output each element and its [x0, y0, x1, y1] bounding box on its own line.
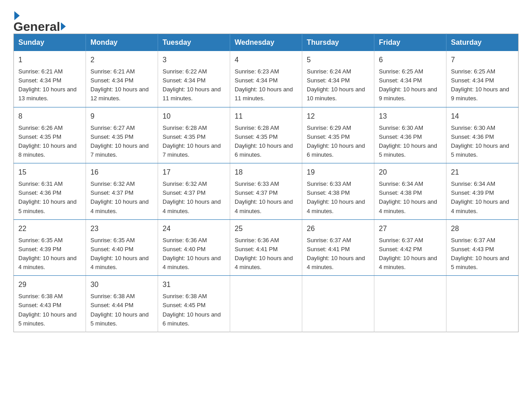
day-info: Sunrise: 6:31 AMSunset: 4:36 PMDaylight:… [18, 180, 77, 214]
calendar-cell: 23Sunrise: 6:35 AMSunset: 4:40 PMDayligh… [86, 219, 158, 276]
calendar-cell: 18Sunrise: 6:33 AMSunset: 4:37 PMDayligh… [230, 163, 302, 220]
day-number: 23 [90, 223, 153, 234]
header: General [13, 9, 519, 25]
day-number: 3 [163, 55, 225, 65]
calendar-cell: 28Sunrise: 6:37 AMSunset: 4:43 PMDayligh… [446, 219, 519, 276]
col-header-monday: Monday [86, 34, 158, 51]
week-row-5: 29Sunrise: 6:38 AMSunset: 4:43 PMDayligh… [14, 276, 519, 332]
calendar-cell: 31Sunrise: 6:38 AMSunset: 4:45 PMDayligh… [158, 276, 230, 332]
day-info: Sunrise: 6:37 AMSunset: 4:41 PMDaylight:… [307, 237, 365, 270]
day-number: 16 [90, 167, 153, 178]
calendar-cell: 24Sunrise: 6:36 AMSunset: 4:40 PMDayligh… [158, 219, 230, 276]
calendar-cell: 21Sunrise: 6:34 AMSunset: 4:39 PMDayligh… [446, 163, 519, 220]
day-number: 9 [90, 111, 153, 122]
day-number: 2 [90, 55, 153, 65]
calendar-cell: 10Sunrise: 6:28 AMSunset: 4:35 PMDayligh… [158, 107, 230, 163]
calendar-cell: 25Sunrise: 6:36 AMSunset: 4:41 PMDayligh… [230, 219, 302, 276]
calendar-cell [230, 276, 302, 332]
logo-triangle-icon [14, 11, 20, 20]
logo-blue-text: General [13, 20, 67, 34]
day-number: 14 [451, 111, 514, 122]
col-header-thursday: Thursday [302, 34, 374, 51]
calendar-cell: 13Sunrise: 6:30 AMSunset: 4:36 PMDayligh… [374, 107, 446, 163]
day-info: Sunrise: 6:37 AMSunset: 4:42 PMDaylight:… [379, 237, 437, 270]
day-number: 10 [163, 111, 225, 122]
logo: General [13, 9, 67, 25]
day-info: Sunrise: 6:29 AMSunset: 4:35 PMDaylight:… [307, 124, 365, 158]
day-number: 11 [235, 111, 297, 122]
day-info: Sunrise: 6:27 AMSunset: 4:35 PMDaylight:… [90, 124, 149, 158]
calendar-cell: 15Sunrise: 6:31 AMSunset: 4:36 PMDayligh… [14, 163, 86, 220]
calendar-cell: 22Sunrise: 6:35 AMSunset: 4:39 PMDayligh… [14, 219, 86, 276]
week-row-2: 8Sunrise: 6:26 AMSunset: 4:35 PMDaylight… [14, 107, 519, 163]
calendar-cell [446, 276, 519, 332]
day-info: Sunrise: 6:33 AMSunset: 4:37 PMDaylight:… [235, 180, 293, 214]
header-row: SundayMondayTuesdayWednesdayThursdayFrid… [14, 34, 519, 51]
calendar-cell: 11Sunrise: 6:28 AMSunset: 4:35 PMDayligh… [230, 107, 302, 163]
calendar-cell: 5Sunrise: 6:24 AMSunset: 4:34 PMDaylight… [302, 51, 374, 107]
day-number: 30 [90, 279, 153, 290]
col-header-saturday: Saturday [446, 34, 519, 51]
week-row-1: 1Sunrise: 6:21 AMSunset: 4:34 PMDaylight… [14, 51, 519, 107]
logo-arrow-icon [61, 22, 66, 30]
day-number: 27 [379, 223, 442, 234]
day-number: 31 [163, 279, 225, 290]
day-info: Sunrise: 6:23 AMSunset: 4:34 PMDaylight:… [235, 68, 293, 102]
day-info: Sunrise: 6:36 AMSunset: 4:40 PMDaylight:… [163, 237, 221, 270]
day-number: 6 [379, 55, 442, 65]
day-info: Sunrise: 6:38 AMSunset: 4:44 PMDaylight:… [90, 293, 149, 326]
calendar-cell: 9Sunrise: 6:27 AMSunset: 4:35 PMDaylight… [86, 107, 158, 163]
calendar-cell: 30Sunrise: 6:38 AMSunset: 4:44 PMDayligh… [86, 276, 158, 332]
calendar-cell: 19Sunrise: 6:33 AMSunset: 4:38 PMDayligh… [302, 163, 374, 220]
day-info: Sunrise: 6:33 AMSunset: 4:38 PMDaylight:… [307, 180, 365, 214]
calendar-cell: 17Sunrise: 6:32 AMSunset: 4:37 PMDayligh… [158, 163, 230, 220]
week-row-4: 22Sunrise: 6:35 AMSunset: 4:39 PMDayligh… [14, 219, 519, 276]
day-info: Sunrise: 6:35 AMSunset: 4:40 PMDaylight:… [90, 237, 149, 270]
day-info: Sunrise: 6:28 AMSunset: 4:35 PMDaylight:… [163, 124, 221, 158]
calendar-cell: 7Sunrise: 6:25 AMSunset: 4:34 PMDaylight… [446, 51, 519, 107]
calendar-table: SundayMondayTuesdayWednesdayThursdayFrid… [13, 34, 519, 332]
day-number: 12 [307, 111, 369, 122]
day-info: Sunrise: 6:30 AMSunset: 4:36 PMDaylight:… [451, 124, 509, 158]
day-info: Sunrise: 6:21 AMSunset: 4:34 PMDaylight:… [18, 68, 77, 102]
calendar-cell [302, 276, 374, 332]
calendar-cell: 6Sunrise: 6:25 AMSunset: 4:34 PMDaylight… [374, 51, 446, 107]
day-number: 28 [451, 223, 514, 234]
day-number: 5 [307, 55, 369, 65]
day-number: 1 [18, 55, 81, 65]
calendar-cell: 12Sunrise: 6:29 AMSunset: 4:35 PMDayligh… [302, 107, 374, 163]
day-info: Sunrise: 6:25 AMSunset: 4:34 PMDaylight:… [379, 68, 437, 102]
day-number: 13 [379, 111, 442, 122]
calendar-cell: 27Sunrise: 6:37 AMSunset: 4:42 PMDayligh… [374, 219, 446, 276]
day-info: Sunrise: 6:30 AMSunset: 4:36 PMDaylight:… [379, 124, 437, 158]
day-number: 15 [18, 167, 81, 178]
calendar-cell: 1Sunrise: 6:21 AMSunset: 4:34 PMDaylight… [14, 51, 86, 107]
day-info: Sunrise: 6:25 AMSunset: 4:34 PMDaylight:… [451, 68, 509, 102]
day-number: 19 [307, 167, 369, 178]
day-info: Sunrise: 6:36 AMSunset: 4:41 PMDaylight:… [235, 237, 293, 270]
calendar-cell [374, 276, 446, 332]
day-info: Sunrise: 6:38 AMSunset: 4:45 PMDaylight:… [163, 293, 221, 326]
col-header-tuesday: Tuesday [158, 34, 230, 51]
day-number: 8 [18, 111, 81, 122]
day-info: Sunrise: 6:37 AMSunset: 4:43 PMDaylight:… [451, 237, 509, 270]
day-info: Sunrise: 6:22 AMSunset: 4:34 PMDaylight:… [163, 68, 221, 102]
day-number: 25 [235, 223, 297, 234]
day-info: Sunrise: 6:21 AMSunset: 4:34 PMDaylight:… [90, 68, 149, 102]
day-info: Sunrise: 6:32 AMSunset: 4:37 PMDaylight:… [163, 180, 221, 214]
day-info: Sunrise: 6:26 AMSunset: 4:35 PMDaylight:… [18, 124, 77, 158]
day-info: Sunrise: 6:38 AMSunset: 4:43 PMDaylight:… [18, 293, 77, 326]
day-info: Sunrise: 6:32 AMSunset: 4:37 PMDaylight:… [90, 180, 149, 214]
day-number: 26 [307, 223, 369, 234]
col-header-friday: Friday [374, 34, 446, 51]
day-number: 20 [379, 167, 442, 178]
col-header-sunday: Sunday [14, 34, 86, 51]
day-info: Sunrise: 6:35 AMSunset: 4:39 PMDaylight:… [18, 237, 77, 270]
day-number: 24 [163, 223, 225, 234]
day-number: 17 [163, 167, 225, 178]
calendar-cell: 8Sunrise: 6:26 AMSunset: 4:35 PMDaylight… [14, 107, 86, 163]
calendar-cell: 26Sunrise: 6:37 AMSunset: 4:41 PMDayligh… [302, 219, 374, 276]
day-number: 7 [451, 55, 514, 65]
day-number: 29 [18, 279, 81, 290]
day-number: 21 [451, 167, 514, 178]
